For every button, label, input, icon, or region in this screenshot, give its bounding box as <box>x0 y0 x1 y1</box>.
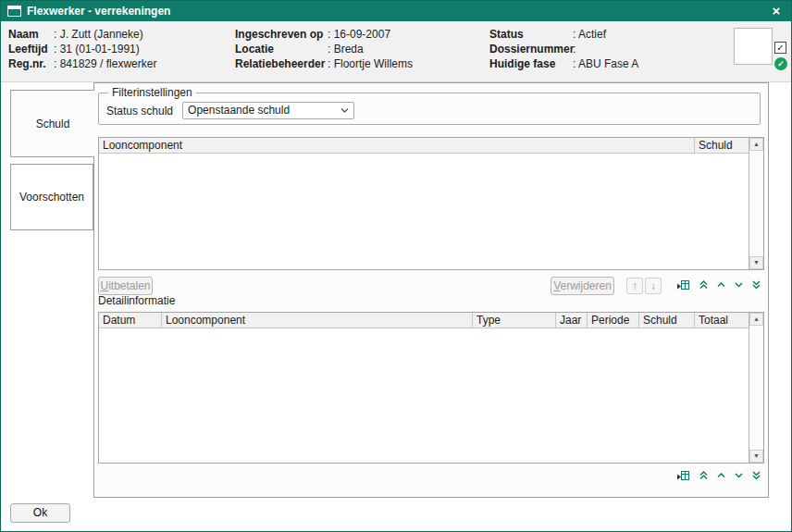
column-header-looncomponent[interactable]: Looncomponent <box>99 138 695 153</box>
header-row: Leeftijd : 31 (01-01-1991) Locatie : Bre… <box>8 42 791 56</box>
double-chevron-down-icon <box>750 469 762 484</box>
scroll-bottom-button[interactable] <box>748 468 764 485</box>
uitbetalen-button[interactable]: Uitbetalen <box>98 277 153 295</box>
app-icon <box>7 6 21 17</box>
scroll-top-button[interactable] <box>695 278 712 294</box>
window-title: Flexwerker - verrekeningen <box>27 5 170 18</box>
column-header-schuld[interactable]: Schuld <box>639 313 695 328</box>
relatiebeheerder-label: Relatiebeheerder <box>235 56 328 71</box>
grid-detail-button[interactable] <box>674 468 691 485</box>
verwijderen-label: Verwijderen <box>551 278 613 294</box>
header-info-panel: Naam : J. Zutt (Janneke) Ingeschreven op… <box>1 21 791 82</box>
record-grid-icon <box>676 469 690 485</box>
move-down-button[interactable]: ↓ <box>645 278 662 294</box>
detailinformatie-title: Detailinformatie <box>98 294 175 307</box>
huidige-fase-label: Huidige fase <box>489 56 573 71</box>
status-ok-icon: ✓ <box>774 57 787 70</box>
schuld-table-main: Looncomponent Schuld <box>99 138 749 269</box>
selected-option: Openstaande schuld <box>188 103 340 118</box>
column-header-schuld[interactable]: Schuld <box>695 138 749 153</box>
detail-table-body[interactable] <box>99 328 749 463</box>
header-checkbox[interactable]: ✓ <box>774 42 786 54</box>
triangle-up-icon: ▲ <box>753 315 760 322</box>
record-grid-icon <box>676 278 690 294</box>
chevron-up-icon <box>715 469 727 484</box>
page-down-button[interactable] <box>730 278 747 294</box>
page-down-button[interactable] <box>730 468 747 485</box>
tab-voorschotten[interactable]: Voorschotten <box>10 164 93 230</box>
detail-table: Datum Looncomponent Type Jaar Periode Sc… <box>98 312 764 464</box>
chevron-up-icon <box>715 278 727 293</box>
double-chevron-up-icon <box>698 278 710 293</box>
ingeschreven-op-label: Ingeschreven op <box>235 27 328 42</box>
close-button[interactable]: × <box>768 2 785 20</box>
detail-table-main: Datum Looncomponent Type Jaar Periode Sc… <box>99 313 749 463</box>
scroll-up-button[interactable]: ▲ <box>749 313 763 326</box>
schuld-table-body[interactable] <box>99 154 749 269</box>
naam-value: : J. Zutt (Janneke) <box>54 27 235 42</box>
status-schuld-label: Status schuld <box>106 105 173 118</box>
dossiernummer-label: Dossiernummer <box>489 42 573 56</box>
chevron-down-icon <box>733 469 745 484</box>
double-chevron-down-icon <box>750 278 762 293</box>
tab-label: Schuld <box>36 118 70 130</box>
triangle-up-icon: ▲ <box>753 141 760 147</box>
triangle-down-icon: ▼ <box>753 452 760 459</box>
column-header-type[interactable]: Type <box>473 313 556 328</box>
column-header-periode[interactable]: Periode <box>588 313 639 328</box>
uitbetalen-label: Uitbetalen <box>99 278 152 294</box>
ok-label: Ok <box>33 506 47 519</box>
scroll-down-button[interactable]: ▼ <box>749 450 763 463</box>
tab-schuld[interactable]: Schuld <box>10 90 94 157</box>
naam-label: Naam <box>8 27 54 42</box>
regnr-value: : 841829 / flexwerker <box>54 56 235 71</box>
column-header-datum[interactable]: Datum <box>99 313 162 328</box>
chevron-down-icon <box>733 278 745 293</box>
photo-placeholder <box>734 28 773 65</box>
status-label: Status <box>489 27 573 42</box>
arrow-down-icon: ↓ <box>650 280 656 291</box>
regnr-label: Reg.nr. <box>8 56 54 71</box>
ok-button[interactable]: Ok <box>10 503 70 523</box>
filter-legend: Filterinstellingen <box>108 86 196 99</box>
header-row: Naam : J. Zutt (Janneke) Ingeschreven op… <box>8 27 791 42</box>
relatiebeheerder-value: : Floortje Willems <box>328 56 489 71</box>
double-chevron-up-icon <box>698 469 710 484</box>
check-icon: ✓ <box>776 43 784 53</box>
verwijderen-button[interactable]: Verwijderen <box>551 277 614 295</box>
ingeschreven-op-value: : 16-09-2007 <box>328 27 489 42</box>
arrow-up-icon: ↑ <box>632 280 637 291</box>
titlebar: Flexwerker - verrekeningen × <box>1 1 791 21</box>
content-panel: Filterinstellingen Status schuld Opensta… <box>93 82 769 498</box>
scroll-top-button[interactable] <box>695 468 712 485</box>
leeftijd-label: Leeftijd <box>8 42 54 56</box>
grid-detail-button[interactable] <box>674 278 691 294</box>
locatie-value: : Breda <box>328 42 489 56</box>
schuld-table-header: Looncomponent Schuld <box>99 138 749 154</box>
header-row: Reg.nr. : 841829 / flexwerker Relatiebeh… <box>8 56 791 71</box>
scrollbar[interactable]: ▲ ▼ <box>749 313 763 463</box>
scrollbar[interactable]: ▲ ▼ <box>749 138 763 269</box>
flexwerker-verrekeningen-window: Flexwerker - verrekeningen × Naam : J. Z… <box>0 0 792 532</box>
filter-row: Status schuld Openstaande schuld <box>106 102 752 119</box>
filter-group: Filterinstellingen Status schuld Opensta… <box>98 86 761 125</box>
page-up-button[interactable] <box>712 468 729 485</box>
leeftijd-value: : 31 (01-01-1991) <box>54 42 235 56</box>
scroll-bottom-button[interactable] <box>748 278 764 294</box>
move-up-button[interactable]: ↑ <box>626 278 643 294</box>
scroll-up-button[interactable]: ▲ <box>749 138 763 151</box>
tab-label: Voorschotten <box>19 191 84 204</box>
column-header-jaar[interactable]: Jaar <box>556 313 588 328</box>
detail-table-header: Datum Looncomponent Type Jaar Periode Sc… <box>99 313 749 328</box>
locatie-label: Locatie <box>235 42 328 56</box>
scroll-down-button[interactable]: ▼ <box>749 256 763 269</box>
triangle-down-icon: ▼ <box>753 259 760 266</box>
status-schuld-select[interactable]: Openstaande schuld <box>182 102 354 119</box>
schuld-table: Looncomponent Schuld ▲ ▼ <box>98 137 764 270</box>
column-header-looncomponent[interactable]: Looncomponent <box>162 313 473 328</box>
chevron-down-icon <box>340 107 349 114</box>
column-header-totaal[interactable]: Totaal <box>695 313 749 328</box>
page-up-button[interactable] <box>712 278 729 294</box>
